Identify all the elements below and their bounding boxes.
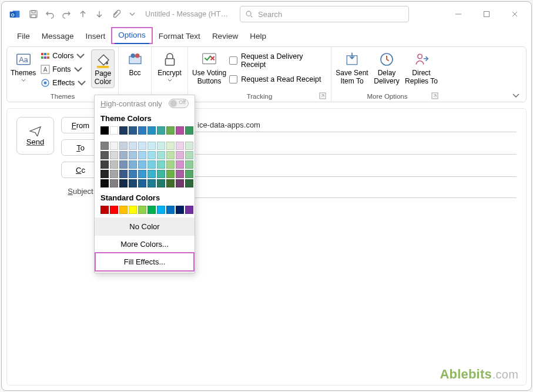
collapse-ribbon-icon[interactable] [512,92,520,98]
color-swatch[interactable] [129,160,137,169]
color-swatch[interactable] [185,151,193,159]
color-swatch[interactable] [166,126,175,135]
bcc-button[interactable]: Bcc [122,49,148,88]
color-swatch[interactable] [119,160,128,169]
high-contrast-toggle[interactable]: High-contrast only Off [95,95,195,112]
color-swatch[interactable] [166,151,175,159]
send-button[interactable]: Send [16,117,54,155]
color-swatch[interactable] [100,170,109,178]
color-swatch[interactable] [157,142,165,150]
color-swatch[interactable] [148,142,156,150]
color-swatch[interactable] [176,142,184,150]
delivery-receipt-checkbox[interactable]: Request a Delivery Receipt [229,53,327,68]
color-swatch[interactable] [138,126,146,135]
color-swatch[interactable] [157,206,165,214]
colors-button[interactable]: Colors [38,49,89,62]
effects-button[interactable]: Effects [38,76,89,89]
color-swatch[interactable] [176,170,184,178]
color-swatch[interactable] [129,170,137,178]
color-swatch[interactable] [185,160,193,169]
color-swatch[interactable] [129,179,137,187]
color-swatch[interactable] [166,170,175,178]
color-swatch[interactable] [110,160,118,169]
color-swatch[interactable] [129,126,137,135]
color-swatch[interactable] [119,206,128,214]
close-button[interactable] [502,5,528,23]
save-button[interactable] [26,7,41,21]
tab-message[interactable]: Message [36,29,80,44]
color-swatch[interactable] [166,160,175,169]
more-colors-item[interactable]: More Colors... [95,235,195,253]
color-swatch[interactable] [138,160,146,169]
tab-format-text[interactable]: Format Text [153,29,206,44]
color-swatch[interactable] [138,170,146,178]
color-swatch[interactable] [157,160,165,169]
dialog-launcher-icon[interactable] [431,92,438,99]
color-swatch[interactable] [176,151,184,159]
fill-effects-item[interactable]: Fill Effects... [95,252,195,272]
color-swatch[interactable] [166,179,175,187]
color-swatch[interactable] [129,206,137,214]
color-swatch[interactable] [148,126,156,135]
color-swatch[interactable] [185,126,193,135]
color-swatch[interactable] [119,179,128,187]
tab-options[interactable]: Options [111,27,153,44]
tab-help[interactable]: Help [244,29,272,44]
color-swatch[interactable] [157,170,165,178]
color-swatch[interactable] [166,142,175,150]
color-swatch[interactable] [157,151,165,159]
color-swatch[interactable] [166,206,175,214]
tab-review[interactable]: Review [206,29,244,44]
color-swatch[interactable] [110,151,118,159]
color-swatch[interactable] [119,151,128,159]
color-swatch[interactable] [157,126,165,135]
color-swatch[interactable] [100,179,109,187]
color-swatch[interactable] [185,142,193,150]
qat-more-icon[interactable] [125,7,139,21]
read-receipt-checkbox[interactable]: Request a Read Receipt [229,72,327,87]
color-swatch[interactable] [138,179,146,187]
color-swatch[interactable] [110,126,118,135]
color-swatch[interactable] [100,160,109,169]
color-swatch[interactable] [100,151,109,159]
attach-icon[interactable] [109,7,123,21]
color-swatch[interactable] [100,142,109,150]
color-swatch[interactable] [100,126,109,135]
color-swatch[interactable] [110,142,118,150]
no-color-item[interactable]: No Color [95,217,195,235]
maximize-button[interactable] [474,5,500,23]
tab-insert[interactable]: Insert [80,29,112,44]
color-swatch[interactable] [129,142,137,150]
themes-button[interactable]: Aa Themes [11,49,36,88]
color-swatch[interactable] [148,206,156,214]
color-swatch[interactable] [110,179,118,187]
color-swatch[interactable] [157,179,165,187]
color-swatch[interactable] [148,151,156,159]
delay-delivery-button[interactable]: Delay Delivery [371,49,402,88]
down-arrow-icon[interactable] [92,7,106,21]
color-swatch[interactable] [138,151,146,159]
color-swatch[interactable] [138,142,146,150]
color-swatch[interactable] [110,206,118,214]
color-swatch[interactable] [119,170,128,178]
color-swatch[interactable] [110,170,118,178]
color-swatch[interactable] [176,126,184,135]
color-swatch[interactable] [176,160,184,169]
color-swatch[interactable] [138,206,146,214]
color-swatch[interactable] [185,170,193,178]
color-swatch[interactable] [119,126,128,135]
minimize-button[interactable] [445,5,471,23]
save-sent-button[interactable]: Save Sent Item To [335,49,369,88]
color-swatch[interactable] [185,206,193,214]
color-swatch[interactable] [185,179,193,187]
tab-file[interactable]: File [11,29,36,44]
color-swatch[interactable] [176,206,184,214]
color-swatch[interactable] [148,160,156,169]
encrypt-button[interactable]: Encrypt [155,49,184,88]
dialog-launcher-icon[interactable] [319,92,326,99]
page-color-button[interactable]: Page Color [91,49,115,88]
undo-button[interactable] [43,7,57,21]
fonts-button[interactable]: A Fonts [38,63,89,75]
search-input[interactable]: Search [240,6,409,22]
color-swatch[interactable] [100,206,109,214]
